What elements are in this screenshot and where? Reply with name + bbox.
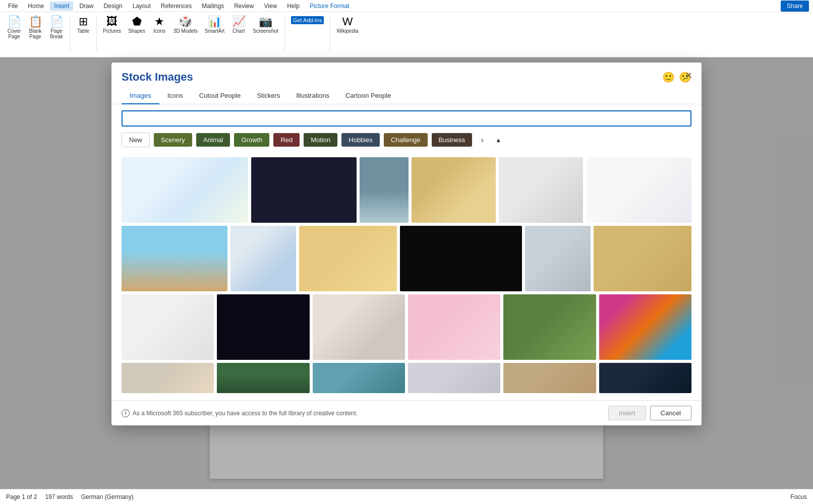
menu-insert[interactable]: Insert: [50, 2, 73, 11]
shapes-icon: ⬟: [132, 16, 142, 27]
image-pink-sprinkles[interactable]: [408, 294, 500, 360]
cover-page-button[interactable]: 📄 CoverPage: [4, 14, 24, 41]
smartart-icon: 📊: [208, 16, 221, 27]
screenshot-button[interactable]: 📷 Screenshot: [250, 14, 281, 36]
menu-references[interactable]: References: [157, 2, 196, 11]
menu-file[interactable]: File: [4, 2, 22, 11]
menu-design[interactable]: Design: [99, 2, 126, 11]
image-row-3: [122, 294, 691, 360]
image-basketball[interactable]: [217, 294, 309, 360]
chip-animal[interactable]: Animal: [196, 133, 230, 147]
chart-icon: 📈: [232, 16, 246, 27]
image-makeup[interactable]: [313, 294, 405, 360]
image-statue[interactable]: [525, 226, 590, 291]
menu-picture-format[interactable]: Picture Format: [306, 2, 354, 11]
screenshot-icon: 📷: [259, 16, 272, 27]
icons-button[interactable]: ★ Icons: [149, 14, 169, 36]
image-beach[interactable]: [122, 226, 227, 291]
image-dark[interactable]: [599, 363, 691, 393]
ribbon: 📄 CoverPage 📋 BlankPage 📄 PageBreak ⊞ Ta…: [0, 12, 813, 57]
modal-overlay: ✕ Stock Images 🙂 😕 Images Icons Cutout P…: [0, 57, 813, 489]
image-crown[interactable]: [400, 226, 522, 291]
menu-draw[interactable]: Draw: [75, 2, 97, 11]
chips-scroll-up-button[interactable]: ▲: [492, 134, 504, 146]
image-ox[interactable]: [503, 294, 596, 360]
page-break-button[interactable]: 📄 PageBreak: [46, 14, 67, 41]
insert-button[interactable]: Insert: [608, 406, 646, 420]
cover-page-icon: 📄: [8, 16, 21, 27]
image-abstract[interactable]: [122, 157, 248, 223]
pictures-icon: 🖼: [106, 16, 118, 27]
blank-page-icon: 📋: [29, 16, 42, 27]
image-city[interactable]: [360, 157, 409, 223]
chip-challenge[interactable]: Challenge: [384, 133, 428, 147]
share-button[interactable]: Share: [781, 1, 809, 12]
chip-hobbies[interactable]: Hobbies: [341, 133, 380, 147]
image-white-fan[interactable]: [122, 294, 214, 360]
menu-help[interactable]: Help: [283, 2, 304, 11]
image-woman-floral[interactable]: [412, 157, 496, 223]
page-break-icon: 📄: [50, 16, 64, 27]
image-gray[interactable]: [408, 363, 500, 393]
pictures-button[interactable]: 🖼 Pictures: [100, 14, 124, 36]
image-water[interactable]: [313, 363, 405, 393]
image-kitchen[interactable]: [499, 157, 583, 223]
smartart-button[interactable]: 📊 SmartArt: [202, 14, 227, 36]
shapes-button[interactable]: ⬟ Shapes: [125, 14, 148, 36]
image-hands[interactable]: [299, 226, 397, 291]
chip-scenery[interactable]: Scenery: [154, 133, 192, 147]
image-face[interactable]: [122, 363, 214, 393]
image-row-1: [122, 157, 691, 223]
chips-next-button[interactable]: ›: [476, 134, 488, 146]
tab-cutout-people[interactable]: Cutout People: [191, 88, 249, 104]
search-input[interactable]: [128, 114, 685, 122]
menu-mailings[interactable]: Mailings: [198, 2, 228, 11]
image-row-2: [122, 226, 691, 291]
smiley-icon[interactable]: 🙂: [662, 71, 675, 83]
status-bar: Page 1 of 2 197 words German (Germany) F…: [0, 489, 813, 504]
image-colorful[interactable]: [599, 294, 691, 360]
image-pattern[interactable]: [230, 226, 296, 291]
tab-icons[interactable]: Icons: [159, 88, 191, 104]
tab-cartoon-people[interactable]: Cartoon People: [337, 88, 399, 104]
wikipedia-button[interactable]: W Wikipedia: [333, 14, 361, 36]
table-button[interactable]: ⊞ Table: [73, 14, 93, 36]
chip-growth[interactable]: Growth: [234, 133, 269, 147]
focus-button[interactable]: Focus: [790, 493, 807, 500]
dialog-title: Stock Images: [122, 71, 193, 84]
image-white-floral[interactable]: [586, 157, 691, 223]
image-warm[interactable]: [503, 363, 596, 393]
menu-bar: File Home Insert Draw Design Layout Refe…: [0, 0, 813, 12]
menu-review[interactable]: Review: [230, 2, 258, 11]
chip-business[interactable]: Business: [432, 133, 473, 147]
3d-models-icon: 🎲: [179, 16, 192, 27]
blank-page-button[interactable]: 📋 BlankPage: [25, 14, 45, 41]
image-forest[interactable]: [217, 363, 309, 393]
get-addins-button[interactable]: Get Add-ins: [288, 14, 327, 26]
footer-info: i As a Microsoft 365 subscriber, you hav…: [122, 409, 604, 417]
page-number: Page 1 of 2: [6, 493, 37, 500]
menu-view[interactable]: View: [260, 2, 281, 11]
chip-motion[interactable]: Motion: [304, 133, 337, 147]
wikipedia-icon: W: [342, 16, 353, 27]
image-grid: [111, 153, 702, 400]
footer-text: As a Microsoft 365 subscriber, you have …: [133, 410, 358, 417]
tab-images[interactable]: Images: [122, 88, 159, 104]
image-dark-dancers[interactable]: [251, 157, 357, 223]
info-icon: i: [122, 409, 130, 417]
chip-new[interactable]: New: [122, 133, 150, 147]
cancel-button[interactable]: Cancel: [650, 406, 691, 420]
tab-stickers[interactable]: Stickers: [249, 88, 288, 104]
filter-chips: New Scenery Animal Growth Red Motion Hob…: [111, 133, 702, 153]
image-sticks[interactable]: [594, 226, 691, 291]
3d-models-button[interactable]: 🎲 3D Models: [170, 14, 201, 36]
close-button[interactable]: ✕: [681, 69, 695, 83]
image-row-4: [122, 363, 691, 393]
menu-home[interactable]: Home: [24, 2, 48, 11]
dialog-header: Stock Images 🙂 😕: [111, 62, 702, 88]
menu-layout[interactable]: Layout: [129, 2, 155, 11]
chip-red[interactable]: Red: [273, 133, 300, 147]
icons-icon: ★: [154, 16, 164, 27]
tab-illustrations[interactable]: Illustrations: [288, 88, 337, 104]
chart-button[interactable]: 📈 Chart: [228, 14, 249, 36]
